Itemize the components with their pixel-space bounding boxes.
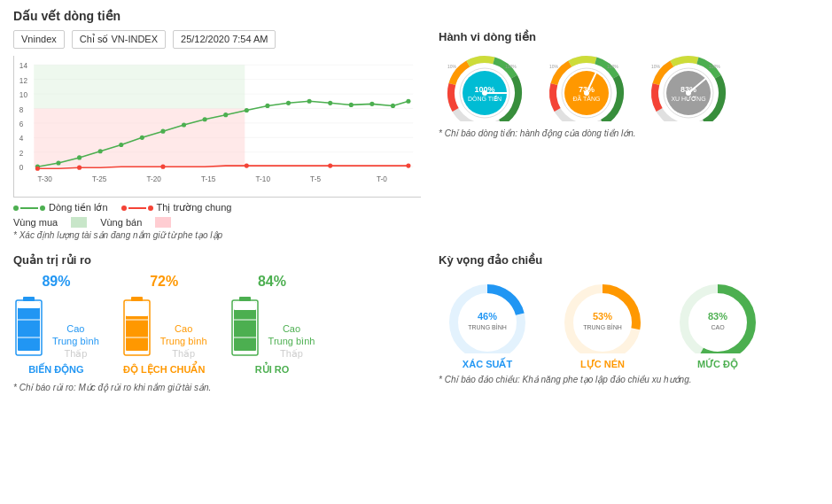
svg-marker-24 (34, 65, 245, 108)
svg-point-45 (77, 166, 82, 170)
gauge-da-tang: 73% ĐÃ TĂNG 10% 100% (540, 50, 629, 124)
svg-text:100%: 100% (607, 64, 618, 69)
svg-rect-94 (18, 302, 40, 351)
battery-do-lech: 72% Cao (121, 274, 207, 376)
svg-text:10%: 10% (549, 64, 559, 69)
label-trung-binh-1: Trung bình (52, 336, 99, 346)
svg-text:100%: 100% (709, 64, 720, 69)
svg-point-34 (223, 112, 228, 117)
svg-text:T-25: T-25 (92, 175, 107, 183)
zone-buy-box (71, 217, 87, 228)
index-control[interactable]: Vnindex (13, 30, 65, 49)
legend-dong-tien: Dòng tiền lớn (13, 202, 108, 213)
battery-rui-ro-percent: 84% (258, 274, 286, 290)
datetime-control[interactable]: 25/12/2020 7:54 AM (173, 30, 276, 49)
dao-label-luc-nen: LỰC NÉN (554, 359, 651, 370)
kyvong-title: Kỳ vọng đảo chiều (439, 253, 819, 267)
svg-text:CAO: CAO (711, 324, 725, 330)
svg-point-44 (35, 167, 40, 171)
chiso-control[interactable]: Chỉ số VN-INDEX (72, 30, 166, 49)
svg-text:83%: 83% (708, 311, 727, 322)
svg-point-30 (140, 136, 144, 140)
hanhvi-gauges: 100% DÒNG TIỀN 10% 100% (439, 50, 819, 124)
battery-bien-dong-visual: Cao Trung bình Thấp (13, 293, 99, 360)
chart-note: * Xác định lượng tài sản đang nắm giữ từ… (13, 230, 421, 240)
battery-do-lech-svg (121, 293, 152, 360)
svg-text:T-10: T-10 (256, 175, 271, 183)
svg-point-33 (203, 117, 207, 121)
svg-text:T-15: T-15 (201, 175, 216, 183)
label-trung-binh-2: Trung bình (160, 336, 207, 346)
svg-text:T-20: T-20 (146, 175, 161, 183)
battery-rui-ro-visual: Cao Trung bình Thấp (229, 293, 315, 360)
svg-point-32 (182, 122, 186, 127)
battery-bien-dong: 89% (13, 274, 99, 376)
svg-point-117 (578, 298, 627, 347)
controls: Vnindex Chỉ số VN-INDEX 25/12/2020 7:54 … (13, 30, 421, 49)
hanhvi-note: * Chỉ báo dòng tiền: hành động của dòng … (439, 128, 819, 138)
svg-text:100%: 100% (505, 64, 517, 69)
svg-point-35 (245, 108, 249, 112)
svg-text:T-5: T-5 (310, 175, 321, 183)
svg-point-31 (160, 129, 165, 134)
chart-area: 14 12 10 8 6 4 2 0 (13, 56, 421, 198)
svg-point-112 (463, 298, 512, 347)
svg-text:53%: 53% (593, 311, 612, 322)
svg-point-28 (98, 149, 103, 153)
legend-dong-tien-label: Dòng tiền lớn (49, 202, 108, 213)
svg-point-27 (77, 155, 82, 159)
svg-point-38 (307, 99, 312, 104)
svg-text:XU HƯỚNG: XU HƯỚNG (671, 96, 705, 102)
svg-point-29 (119, 143, 123, 147)
svg-text:T-0: T-0 (377, 175, 387, 183)
vung-ban-label: Vùng bán (100, 217, 142, 228)
label-trung-binh-3: Trung bình (268, 336, 315, 346)
svg-point-39 (328, 101, 332, 105)
label-thap-1: Thấp (52, 348, 99, 360)
battery-rui-ro: 84% Cao (229, 274, 315, 376)
top-row: Vnindex Chỉ số VN-INDEX 25/12/2020 7:54 … (13, 30, 819, 240)
main-container: Dấu vết dòng tiền Vnindex Chỉ số VN-INDE… (0, 0, 832, 401)
kyvong-note: * Chỉ báo đảo chiều: Khả năng phe tạo lậ… (439, 375, 819, 384)
battery-do-lech-name: ĐỘ LỆCH CHUẨN (123, 364, 205, 376)
svg-text:DÒNG TIỀN: DÒNG TIỀN (468, 95, 502, 102)
chart-legend: Dòng tiền lớn Thị trường chung (13, 202, 421, 213)
hanhvi-title: Hành vi dòng tiền (439, 30, 819, 43)
bottom-right: Kỳ vọng đảo chiều 46% TRUNG BÌNH XÁC SUẤ… (439, 253, 819, 392)
battery-rui-ro-svg (229, 293, 260, 360)
dao-label-xac-suat: XÁC SUẤT (439, 359, 536, 370)
svg-text:10%: 10% (447, 64, 457, 69)
svg-rect-105 (239, 297, 251, 301)
legend-thi-truong: Thị trường chung (121, 202, 232, 213)
label-thap-3: Thấp (268, 348, 315, 360)
gauge-xu-huong: 83% XU HƯỚNG 10% 100% (642, 50, 731, 124)
svg-text:4: 4 (19, 135, 24, 143)
gauge-da-tang-svg: 73% ĐÃ TĂNG 10% 100% (540, 50, 634, 121)
legend-thi-truong-label: Thị trường chung (157, 202, 232, 213)
quantri-title: Quản trị rủi ro (13, 253, 421, 267)
svg-point-26 (56, 160, 60, 165)
svg-point-122 (693, 298, 743, 347)
svg-point-42 (391, 104, 395, 108)
right-panel: Hành vi dòng tiền (439, 30, 819, 240)
bottom-left: Quản trị rủi ro 89% (13, 253, 421, 392)
svg-rect-93 (23, 297, 35, 301)
gauge-dong-tien: 100% DÒNG TIỀN 10% 100% (439, 50, 527, 124)
dao-gauge-muc-do-svg: 83% CAO (669, 274, 766, 353)
zone-sell-box (155, 217, 171, 228)
svg-text:12: 12 (19, 77, 28, 85)
svg-text:6: 6 (19, 120, 24, 128)
svg-rect-99 (131, 297, 143, 301)
battery-do-lech-percent: 72% (150, 274, 178, 290)
quantri-note: * Chỉ báo rủi ro: Mức độ rủi ro khi nắm … (13, 383, 421, 392)
battery-bien-dong-labels: Cao Trung bình Thấp (52, 323, 99, 360)
svg-text:100%: 100% (474, 85, 494, 94)
svg-text:14: 14 (19, 62, 28, 70)
svg-point-43 (406, 99, 410, 104)
dao-gauge-xac-suat: 46% TRUNG BÌNH XÁC SUẤT (439, 274, 536, 370)
svg-text:T-30: T-30 (37, 175, 52, 183)
batteries-container: 89% (13, 274, 421, 376)
svg-point-46 (160, 165, 165, 169)
battery-do-lech-visual: Cao Trung bình Thấp (121, 293, 207, 360)
dao-gauge-xac-suat-svg: 46% TRUNG BÌNH (439, 274, 536, 353)
